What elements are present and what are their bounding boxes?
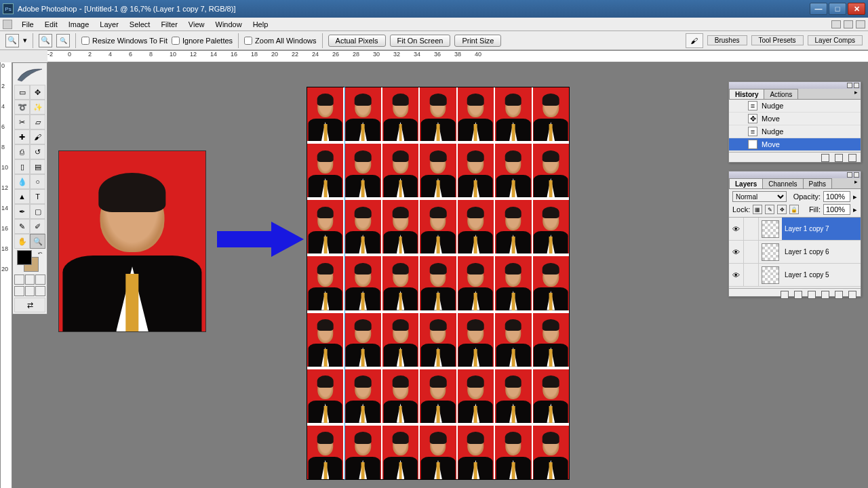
layer-thumbnail[interactable] [762,266,779,284]
panel-menu-icon[interactable]: ▸ [852,89,861,99]
panel-close-icon[interactable] [854,172,859,178]
visibility-icon[interactable]: 👁 [729,241,744,263]
layer-name[interactable]: Layer 1 copy 5 [782,271,861,279]
fill-value[interactable]: 100% [823,204,850,215]
layer-name[interactable]: Layer 1 copy 7 [782,218,861,240]
panel-minimize-icon[interactable] [847,172,852,178]
visibility-icon[interactable]: 👁 [729,264,744,286]
layer-style-icon[interactable] [781,291,789,299]
eyedropper-tool[interactable]: ✐ [30,219,45,234]
new-snapshot-icon[interactable] [835,154,843,162]
magic-wand-tool[interactable]: ✨ [30,100,45,115]
resize-windows-checkbox[interactable]: Resize Windows To Fit [81,37,167,45]
lock-pixels-icon[interactable]: ✎ [765,205,774,214]
notes-tool[interactable]: ✎ [14,219,30,234]
swap-colors-icon[interactable]: ⤺ [38,250,43,256]
adjustment-layer-icon[interactable] [821,291,829,299]
mdi-close[interactable] [856,20,865,28]
history-brush-tool[interactable]: ↺ [30,144,45,159]
move-tool[interactable]: ✥ [30,85,45,100]
layer-thumbnail[interactable] [762,243,779,261]
menu-edit[interactable]: Edit [39,19,63,30]
color-swatches[interactable]: ⤺ [14,250,45,273]
zoom-tool[interactable]: 🔍 [30,234,45,249]
layers-tab[interactable]: Layers [729,178,763,188]
opacity-value[interactable]: 100% [823,191,850,202]
blur-tool[interactable]: 💧 [14,174,30,189]
zoom-all-checkbox[interactable]: Zoom All Windows [244,37,316,45]
link-icon[interactable] [744,241,759,263]
visibility-icon[interactable]: 👁 [729,218,744,240]
print-size-button[interactable]: Print Size [454,35,501,47]
dodge-tool[interactable]: ○ [30,174,45,189]
marquee-tool[interactable]: ▭ [14,85,30,100]
menu-help[interactable]: Help [248,19,274,30]
layer-row[interactable]: 👁Layer 1 copy 6 [729,241,861,264]
lock-position-icon[interactable]: ✥ [777,205,787,214]
close-button[interactable]: ✕ [848,3,865,15]
blend-mode-select[interactable]: Normal [732,191,787,202]
minimize-button[interactable]: — [810,3,827,15]
maximize-button[interactable]: □ [829,3,846,15]
lock-transparency-icon[interactable]: ▦ [753,205,762,214]
crop-tool[interactable]: ✂ [14,115,30,129]
menu-filter[interactable]: Filter [155,19,182,30]
lock-all-icon[interactable]: 🔒 [789,205,799,214]
tool-presets-palette-tab[interactable]: Tool Presets [751,35,804,45]
screen-full-icon[interactable] [35,286,45,296]
link-icon[interactable] [744,264,759,286]
history-tab[interactable]: History [729,89,764,99]
link-icon[interactable] [744,218,759,240]
zoom-in-icon[interactable]: 🔍 [39,34,52,47]
shape-tool[interactable]: ▢ [30,204,45,219]
delete-state-icon[interactable] [848,154,856,162]
mdi-minimize[interactable] [831,20,841,28]
eraser-tool[interactable]: ▯ [14,159,30,174]
palette-well-icon[interactable]: 🖌 [686,33,703,48]
guide-line[interactable] [344,87,345,480]
paths-tab[interactable]: Paths [803,178,833,188]
menu-file[interactable]: File [16,19,39,30]
screenmode-icon[interactable] [35,274,45,285]
screen-standard-icon[interactable] [14,286,24,296]
menu-view[interactable]: View [183,19,210,30]
history-item[interactable]: ≡Nudge [729,125,861,138]
history-item[interactable]: ✥Move [729,113,861,125]
layer-thumbnail[interactable] [762,220,779,238]
ignore-palettes-checkbox[interactable]: Ignore Palettes [172,37,233,45]
panel-close-icon[interactable] [854,83,859,88]
fit-on-screen-button[interactable]: Fit On Screen [390,35,451,47]
quickmask-mode-icon[interactable] [25,274,35,285]
zoom-out-icon[interactable]: 🔍 [56,34,70,47]
standard-mode-icon[interactable] [14,274,24,285]
actions-tab[interactable]: Actions [764,89,798,99]
channels-tab[interactable]: Channels [762,178,803,188]
pen-tool[interactable]: ✒ [14,204,30,219]
type-tool[interactable]: T [30,189,45,204]
history-item[interactable]: ✥Move [729,138,861,151]
brushes-palette-tab[interactable]: Brushes [707,35,747,45]
panel-menu-icon[interactable]: ▸ [852,178,861,188]
mdi-restore[interactable] [844,20,853,28]
menu-select[interactable]: Select [124,19,156,30]
lasso-tool[interactable]: ➰ [14,100,30,115]
brush-tool[interactable]: 🖌 [30,129,45,144]
layer-comps-palette-tab[interactable]: Layer Comps [808,35,863,45]
new-layer-icon[interactable] [835,291,843,299]
healing-tool[interactable]: ✚ [14,129,30,144]
slice-tool[interactable]: ▱ [30,115,45,129]
stamp-tool[interactable]: ⎙ [14,144,30,159]
history-item[interactable]: ≡Nudge [729,100,861,113]
layer-mask-icon[interactable] [794,291,802,299]
path-select-tool[interactable]: ▲ [14,189,30,204]
gradient-tool[interactable]: ▤ [30,159,45,174]
hand-tool[interactable]: ✋ [14,234,30,249]
actual-pixels-button[interactable]: Actual Pixels [328,35,386,47]
jump-to-imageready-icon[interactable]: ⇄ [14,298,45,312]
new-doc-from-state-icon[interactable] [821,154,829,162]
foreground-color[interactable] [17,250,32,265]
new-set-icon[interactable] [808,291,816,299]
menu-layer[interactable]: Layer [94,19,124,30]
menu-image[interactable]: Image [63,19,95,30]
menu-window[interactable]: Window [210,19,248,30]
